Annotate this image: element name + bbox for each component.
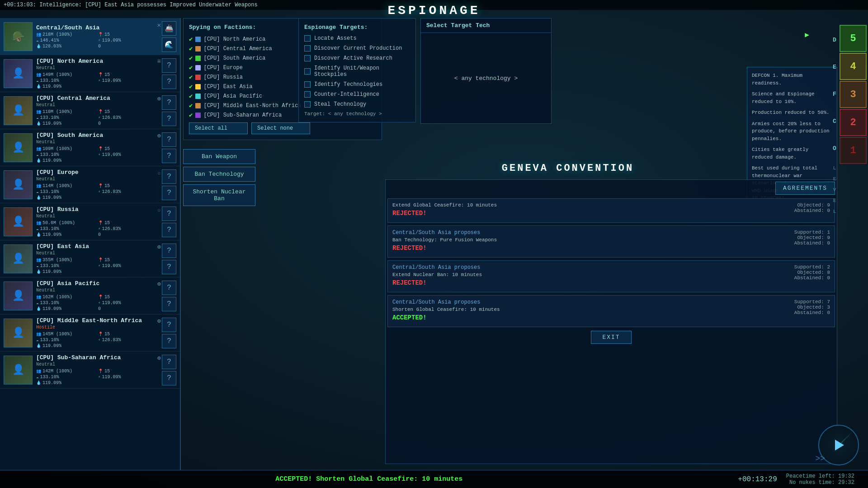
defcon-letter-e: E bbox=[830, 53, 839, 80]
defcon-5[interactable]: 5 bbox=[840, 25, 867, 52]
faction-flag-ea: ⊕ bbox=[157, 243, 161, 251]
agreement-status-3: REJECTED! bbox=[392, 279, 482, 286]
faction-help-ss[interactable]: ? bbox=[162, 355, 176, 369]
faction-info-ru2[interactable]: ? bbox=[162, 223, 176, 237]
select-none-button[interactable]: Select none bbox=[251, 122, 310, 134]
check-sa: ✔ bbox=[189, 54, 193, 62]
dot-me bbox=[195, 103, 201, 108]
shorten-nuclear-ban-button[interactable]: Shorten Nuclear Ban bbox=[183, 184, 255, 206]
faction-help-ca[interactable]: ? bbox=[162, 95, 176, 110]
checkbox-research[interactable] bbox=[304, 55, 311, 61]
faction-info-sa[interactable]: ? bbox=[162, 149, 176, 163]
faction-help-ru[interactable]: ? bbox=[162, 206, 176, 221]
agreements-button[interactable]: AGREEMENTS bbox=[775, 182, 835, 195]
check-ap: ✔ bbox=[189, 92, 193, 100]
faction-info-icon-na[interactable]: ? bbox=[162, 75, 176, 89]
faction-help-icon-na[interactable]: ? bbox=[162, 58, 176, 73]
faction-help-ap[interactable]: ? bbox=[162, 281, 176, 295]
checkbox-steal[interactable] bbox=[304, 101, 311, 108]
faction-name-eu: [CPU] Europe bbox=[36, 169, 159, 176]
faction-avatar-player: 🪖 bbox=[4, 22, 33, 51]
target-steal-technology[interactable]: Steal Technology bbox=[304, 101, 410, 108]
defcon-3[interactable]: 3 bbox=[840, 81, 867, 108]
faction-corner-close[interactable]: ✕ bbox=[157, 21, 161, 29]
faction-help-eu[interactable]: ? bbox=[162, 169, 176, 184]
checkbox-counter[interactable] bbox=[304, 91, 311, 98]
agreement-status-1: REJECTED! bbox=[392, 210, 497, 217]
ban-technology-button[interactable]: Ban Technology bbox=[183, 167, 255, 182]
faction-right-ru: ? ? bbox=[162, 206, 176, 237]
target-steal-label: Steal Technology bbox=[314, 101, 366, 108]
faction-card-sub-saharan[interactable]: 👤 [CPU] Sub-Saharan Africa Neutral 👥142M… bbox=[0, 352, 180, 389]
faction-info-me: [CPU] Middle East-North Africa Hostile 👥… bbox=[36, 317, 159, 348]
level-e: E bbox=[830, 174, 839, 184]
faction-status-ss: Neutral bbox=[36, 362, 159, 367]
faction-info-ea2[interactable]: ? bbox=[162, 260, 176, 274]
faction-card-south-america[interactable]: 👤 [CPU] South America Neutral 👥109M (100… bbox=[0, 129, 180, 166]
exit-button[interactable]: EXIT bbox=[591, 331, 631, 344]
faction-avatar-ap: 👤 bbox=[4, 282, 33, 310]
target-locate-assets[interactable]: Locate Assets bbox=[304, 35, 410, 42]
faction-card-north-america[interactable]: 👤 [CPU] North America Neutral 👥149M (100… bbox=[0, 55, 180, 92]
faction-info-ea: [CPU] East Asia Neutral 👥355M (100%) 📍15… bbox=[36, 243, 159, 274]
faction-sub-icon[interactable]: 🌊 bbox=[162, 38, 176, 52]
faction-right-ap: ? ? bbox=[162, 281, 176, 311]
skip-forward-button[interactable]: >> bbox=[815, 454, 825, 463]
dot-ap bbox=[195, 94, 201, 99]
faction-avatar-ss: 👤 bbox=[4, 356, 33, 385]
defcon-4[interactable]: 4 bbox=[840, 53, 867, 80]
top-message: +00:13:03: Intelligence: [CPU] East Asia… bbox=[4, 2, 258, 8]
level-e2: E bbox=[830, 195, 839, 206]
target-stockpiles[interactable]: Identify Unit/Weapon Stockpiles bbox=[304, 65, 410, 78]
target-counter-label: Counter-Intelligence bbox=[314, 91, 379, 98]
checkbox-stockpiles[interactable] bbox=[304, 68, 311, 75]
faction-stats-ru: 👥50.6M (100%) 📍15 ☁️133.10% ⚡126.83% 💧11… bbox=[36, 221, 159, 237]
faction-ship-icon[interactable]: 🚢 bbox=[162, 21, 176, 36]
checkbox-locate[interactable] bbox=[304, 35, 311, 42]
defcon-1-number: 1 bbox=[850, 145, 856, 156]
check-me: ✔ bbox=[189, 102, 193, 109]
defcon-1[interactable]: 1 bbox=[840, 137, 867, 164]
faction-card-europe[interactable]: 👤 [CPU] Europe Neutral 👥114M (100%) 📍15 … bbox=[0, 166, 180, 203]
defcon-4-number: 4 bbox=[850, 61, 856, 72]
target-counter-intelligence[interactable]: Counter-Intelligence bbox=[304, 91, 410, 98]
select-all-button[interactable]: Select all bbox=[189, 122, 248, 134]
faction-stats-ca: 👥110M (100%) 📍15 ☁️133.10% ⚡126.83% 💧119… bbox=[36, 109, 159, 126]
info-line-2: Science and Espionage reduced to 10%. bbox=[752, 90, 832, 105]
faction-info-ca[interactable]: ? bbox=[162, 112, 176, 126]
target-technologies[interactable]: Identify Technologies bbox=[304, 81, 410, 88]
faction-card-russia[interactable]: 👤 [CPU] Russia Neutral 👥50.6M (100%) 📍15… bbox=[0, 203, 180, 240]
faction-info-ap2[interactable]: ? bbox=[162, 297, 176, 311]
checkbox-technologies[interactable] bbox=[304, 81, 311, 88]
target-tech-info: Target: < any technology > bbox=[304, 111, 410, 117]
faction-card-asia-pacific[interactable]: 👤 [CPU] Asia Pacific Neutral 👥162M (100%… bbox=[0, 277, 180, 314]
bottom-bar: ACCEPTED! Shorten Global Ceasefire: 10 m… bbox=[0, 470, 868, 488]
faction-help-ea[interactable]: ? bbox=[162, 244, 176, 258]
faction-card-middle-east[interactable]: 👤 [CPU] Middle East-North Africa Hostile… bbox=[0, 314, 180, 352]
faction-info-eu2[interactable]: ? bbox=[162, 186, 176, 200]
level-l: L bbox=[830, 163, 839, 174]
faction-card-player[interactable]: 🪖 Central/South Asia 👥218M (100%) 📍15 ☁️… bbox=[0, 18, 180, 55]
defcon-2[interactable]: 2 bbox=[840, 109, 867, 136]
faction-help-sa[interactable]: ? bbox=[162, 132, 176, 147]
tech-display[interactable]: < any technology > bbox=[421, 33, 551, 123]
faction-info-me2[interactable]: ? bbox=[162, 334, 176, 348]
spy-name-ea: [CPU] East Asia bbox=[203, 84, 252, 90]
faction-help-me[interactable]: ? bbox=[162, 318, 176, 332]
faction-card-east-asia[interactable]: 👤 [CPU] East Asia Neutral 👥355M (100%) 📍… bbox=[0, 240, 180, 277]
faction-card-central-america[interactable]: 👤 [CPU] Central America Neutral 👥110M (1… bbox=[0, 92, 180, 129]
target-current-production[interactable]: Discover Current Production bbox=[304, 45, 410, 52]
checkbox-production[interactable] bbox=[304, 45, 311, 52]
target-active-research[interactable]: Discover Active Research bbox=[304, 55, 410, 61]
agreement-desc-2: Ban Technology: Pure Fusion Weapons bbox=[392, 237, 497, 243]
faction-right-player: 🚢 🌊 bbox=[162, 21, 176, 52]
target-locate-label: Locate Assets bbox=[314, 35, 357, 42]
faction-info-ss2[interactable]: ? bbox=[162, 371, 176, 385]
dot-ru bbox=[195, 75, 201, 80]
dot-na bbox=[195, 37, 201, 42]
defcon-2-number: 2 bbox=[850, 117, 856, 128]
check-ru: ✔ bbox=[189, 73, 193, 81]
faction-info-sa: [CPU] South America Neutral 👥109M (100%)… bbox=[36, 132, 159, 163]
ban-weapon-button[interactable]: Ban Weapon bbox=[183, 149, 255, 164]
faction-status-sa: Neutral bbox=[36, 140, 159, 145]
